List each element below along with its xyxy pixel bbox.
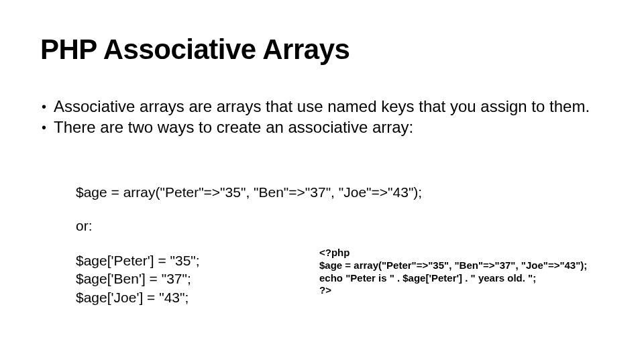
slide: PHP Associative Arrays • Associative arr…: [0, 0, 644, 362]
slide-title: PHP Associative Arrays: [40, 34, 350, 66]
bullet-text: Associative arrays are arrays that use n…: [54, 97, 604, 117]
or-label: or:: [76, 218, 93, 234]
code-assignment-block: $age['Peter'] = "35"; $age['Ben'] = "37"…: [76, 251, 200, 306]
bullet-list: • Associative arrays are arrays that use…: [42, 97, 604, 139]
bullet-text: There are two ways to create an associat…: [54, 118, 604, 137]
bullet-marker: •: [42, 97, 54, 117]
bullet-marker: •: [42, 118, 54, 137]
code-inline-declaration: $age = array("Peter"=>"35", "Ben"=>"37",…: [76, 184, 422, 200]
bullet-item: • Associative arrays are arrays that use…: [42, 97, 604, 117]
bullet-item: • There are two ways to create an associ…: [42, 118, 604, 137]
code-example-block: <?php $age = array("Peter"=>"35", "Ben"=…: [319, 247, 587, 297]
